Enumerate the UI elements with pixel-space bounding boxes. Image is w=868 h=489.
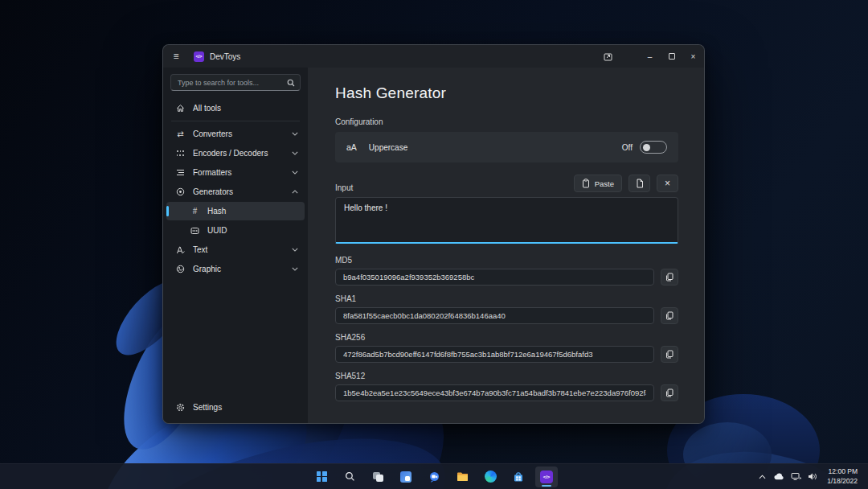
task-view-button[interactable] [366,466,389,487]
tray-chevron-up-icon[interactable] [756,466,768,487]
main-content: Hash Generator Configuration aA Uppercas… [308,68,704,423]
desktop: ≡ </> DevToys – × [0,0,868,489]
sidebar-item-converters[interactable]: ⇄ Converters [166,125,305,143]
close-button[interactable]: × [682,45,704,68]
hash-icon: # [190,207,200,216]
input-label: Input [335,183,353,192]
window-controls: – × [596,45,704,68]
formatters-icon [175,169,186,176]
sidebar-item-label: Generators [193,187,233,196]
chevron-down-icon [292,248,298,252]
uppercase-toggle[interactable] [640,141,667,154]
maximize-icon [669,53,675,60]
sidebar-item-label: Text [193,245,207,254]
sidebar-item-label: Graphic [193,265,221,273]
chat-icon [428,471,440,483]
copy-md5-button[interactable] [661,269,678,286]
clear-input-button[interactable]: × [657,175,678,192]
home-icon [175,104,186,113]
sidebar-item-formatters[interactable]: Formatters [166,163,305,182]
open-file-button[interactable] [628,175,650,192]
edge-button[interactable] [479,466,502,487]
generators-icon [175,187,186,196]
chevron-down-icon [292,151,298,155]
sidebar-item-label: All tools [193,104,221,113]
widgets-button[interactable] [395,466,417,487]
sidebar-item-generators[interactable]: Generators [166,183,305,201]
copy-icon [665,350,674,359]
sha256-value-input[interactable] [335,346,654,363]
sidebar-item-graphic[interactable]: Graphic [166,260,305,278]
paste-button-label: Paste [595,179,614,188]
chevron-down-icon [292,267,298,271]
uuid-icon [190,227,200,235]
sidebar-item-uuid[interactable]: UUID [166,221,305,240]
input-textarea[interactable]: Hello there ! [335,197,678,244]
sidebar-item-label: Converters [193,129,232,138]
copy-icon [665,273,674,281]
sidebar-item-label: Settings [193,403,222,412]
search-input[interactable] [178,79,287,87]
taskbar: </> [0,463,868,489]
copy-sha512-button[interactable] [661,384,678,401]
sidebar-item-label: Hash [207,207,226,216]
copy-icon [665,311,674,320]
compact-overlay-icon [604,52,612,61]
sidebar-item-hash[interactable]: # Hash [166,202,305,220]
gear-icon [175,403,186,412]
task-view-icon [372,471,384,483]
sidebar-divider [171,121,300,121]
configuration-section-label: Configuration [335,117,678,126]
microsoft-store-button[interactable] [507,466,530,487]
hash-row [335,346,678,363]
close-icon: × [665,179,670,188]
hash-label: MD5 [335,256,678,265]
compact-overlay-button[interactable] [596,45,620,68]
uppercase-label: Uppercase [369,143,407,152]
input-header-row: Input Paste [335,175,678,192]
taskbar-search-button[interactable] [338,466,361,487]
sidebar-item-settings[interactable]: Settings [166,398,305,417]
hash-group-sha1: SHA1 [335,294,678,324]
start-button[interactable] [310,466,333,487]
paste-button[interactable]: Paste [574,175,622,192]
sha512-value-input[interactable] [335,384,654,401]
page-title: Hash Generator [335,84,678,102]
hash-row [335,269,678,286]
toggle-state-label: Off [622,143,633,152]
sidebar-item-label: UUID [207,226,227,235]
network-icon[interactable] [790,466,801,487]
copy-icon [665,388,674,397]
tray-time: 12:00 PM [827,467,858,476]
toggle-knob [643,144,650,151]
volume-icon[interactable] [807,466,818,487]
md5-value-input[interactable] [335,269,654,286]
devtoys-taskbar-button[interactable]: </> [535,466,558,487]
file-icon [636,179,644,188]
file-explorer-icon [457,471,469,482]
chevron-down-icon [292,171,298,175]
copy-sha1-button[interactable] [661,307,678,324]
hamburger-menu-button[interactable]: ≡ [163,45,189,68]
search-icon [345,471,355,482]
hash-group-sha256: SHA256 [335,333,678,363]
chat-button[interactable] [423,466,445,487]
sha1-value-input[interactable] [335,307,654,324]
chevron-down-icon [292,132,298,136]
file-explorer-button[interactable] [451,466,473,487]
sidebar-item-encoders-decoders[interactable]: Encoders / Decoders [166,144,305,162]
text-tool-icon [175,246,186,254]
chevron-up-icon [292,190,298,194]
sidebar-item-all-tools[interactable]: All tools [166,99,305,117]
sidebar-item-text[interactable]: Text [166,240,305,259]
onedrive-cloud-icon[interactable] [773,466,784,487]
maximize-button[interactable] [661,45,682,68]
minimize-button[interactable]: – [639,45,661,68]
encoders-decoders-icon [175,150,186,157]
devtoys-icon: </> [540,471,553,483]
search-icon[interactable] [287,79,295,87]
taskbar-clock[interactable]: 12:00 PM 1/18/2022 [824,466,861,487]
hash-row [335,384,678,401]
copy-sha256-button[interactable] [661,346,678,363]
search-box [170,74,301,91]
